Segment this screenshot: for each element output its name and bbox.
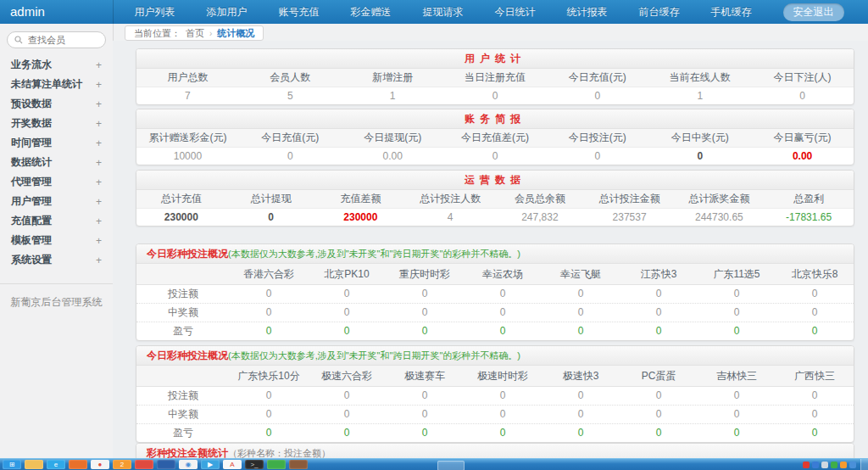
tray-blue-icon[interactable] bbox=[849, 462, 856, 468]
tray-volume-icon[interactable] bbox=[821, 462, 828, 468]
app-white-red-icon[interactable]: ● bbox=[91, 460, 109, 469]
sidebar-item-label: 预设数据 bbox=[11, 97, 52, 111]
show-desktop-button[interactable] bbox=[860, 459, 868, 470]
nav-stats-report[interactable]: 统计报表 bbox=[567, 5, 608, 20]
sidebar-item-agent-management[interactable]: 代理管理 + bbox=[0, 172, 113, 192]
expand-plus-icon[interactable]: + bbox=[96, 118, 102, 130]
expand-plus-icon[interactable]: + bbox=[96, 79, 102, 91]
brand-admin: admin bbox=[10, 0, 45, 24]
media-play-icon[interactable]: ▶ bbox=[201, 460, 220, 469]
expand-plus-icon[interactable]: + bbox=[96, 137, 102, 149]
lottery-column-header: 吉林快三 bbox=[698, 366, 776, 386]
expand-plus-icon[interactable]: + bbox=[96, 215, 102, 227]
app-red-icon[interactable] bbox=[135, 460, 153, 469]
sidebar-item-label: 未结算注单统计 bbox=[11, 77, 82, 92]
sidebar-item-unsettled-bets[interactable]: 未结算注单统计 + bbox=[0, 75, 113, 94]
user-stats-title: 用户统计 bbox=[136, 49, 854, 69]
start-button[interactable]: ⊞ bbox=[3, 460, 21, 469]
lottery-row: 盈亏 0 0 0 0 0 0 bbox=[136, 423, 854, 442]
firefox-icon[interactable] bbox=[69, 460, 87, 469]
tray-sogou-icon[interactable] bbox=[803, 462, 810, 468]
admin-dashboard-page: admin 用户列表 添加用户 账号充值 彩金赠送 提现请求 今日统计 统计报表… bbox=[0, 0, 868, 470]
member-search-box[interactable] bbox=[7, 31, 106, 48]
lottery-value-cell: 0 bbox=[620, 387, 698, 405]
lottery-column-header: 幸运农场 bbox=[464, 264, 542, 284]
value-cell: 230000 bbox=[316, 209, 406, 226]
expand-plus-icon[interactable]: + bbox=[96, 255, 102, 266]
lottery-value-cell: 0 bbox=[776, 424, 854, 442]
logout-button[interactable]: 安全退出 bbox=[783, 3, 844, 21]
app-orange-icon[interactable]: 2 bbox=[113, 460, 131, 469]
today-lottery-title-2: 今日彩种投注概况(本数据仅为大数参考,涉及到"未开奖"和"跨日期开奖"的彩种并不… bbox=[136, 346, 854, 366]
sidebar-item-data-statistics[interactable]: 数据统计 + bbox=[0, 153, 113, 172]
column-header: 新增注册 bbox=[342, 69, 444, 87]
lottery-value-cell: 0 bbox=[386, 406, 464, 423]
expand-plus-icon[interactable]: + bbox=[96, 196, 102, 208]
sidebar-item-draw-data[interactable]: 开奖数据 + bbox=[0, 114, 113, 133]
expand-plus-icon[interactable]: + bbox=[96, 98, 102, 110]
lottery-value-cell: 0 bbox=[386, 387, 464, 405]
sidebar-item-preset-data[interactable]: 预设数据 + bbox=[0, 94, 113, 114]
breadcrumb-home-link[interactable]: 首页 bbox=[186, 27, 204, 40]
tray-orange-icon[interactable] bbox=[840, 462, 847, 468]
lottery-value-cell: 0 bbox=[464, 424, 542, 442]
column-header: 总计投注人数 bbox=[405, 190, 495, 208]
value-cell: 5 bbox=[239, 87, 342, 104]
expand-plus-icon[interactable]: + bbox=[96, 59, 102, 71]
nav-user-list[interactable]: 用户列表 bbox=[135, 5, 175, 20]
expand-plus-icon[interactable]: + bbox=[96, 235, 102, 247]
lottery-column-header: 极速六合彩 bbox=[308, 366, 386, 386]
app-blue-flag-icon[interactable] bbox=[157, 460, 175, 469]
lottery-value-cell: 0 bbox=[620, 285, 698, 303]
nav-bonus-gift[interactable]: 彩金赠送 bbox=[351, 5, 392, 20]
sidebar-item-business-flow[interactable]: 业务流水 + bbox=[0, 55, 113, 75]
sidebar-item-system-settings[interactable]: 系统设置 + bbox=[0, 250, 113, 270]
value-cell: -17831.65 bbox=[764, 209, 854, 226]
lottery-value-cell: 0 bbox=[620, 322, 698, 340]
section-note: (本数据仅为大数参考,涉及到"未开奖"和"跨日期开奖"的彩种并不精确。) bbox=[228, 350, 520, 361]
lottery-column-header: 广东快乐10分 bbox=[230, 366, 308, 386]
nav-today-stats[interactable]: 今日统计 bbox=[495, 5, 536, 20]
lottery-value-cell: 0 bbox=[308, 322, 386, 340]
lottery-value-cell: 0 bbox=[698, 387, 776, 405]
lottery-value-cell: 0 bbox=[776, 285, 854, 303]
search-input[interactable] bbox=[26, 34, 98, 46]
sidebar-item-recharge-config[interactable]: 充值配置 + bbox=[0, 211, 113, 231]
lottery-value-cell: 0 bbox=[698, 424, 776, 442]
value-cell: 0 bbox=[546, 87, 648, 104]
empty-corner-cell bbox=[136, 264, 230, 284]
ie-icon[interactable]: e bbox=[47, 460, 65, 469]
sidebar-item-time-management[interactable]: 时间管理 + bbox=[0, 133, 113, 153]
avatar-photo-icon[interactable] bbox=[289, 460, 308, 469]
expand-plus-icon[interactable]: + bbox=[96, 176, 102, 188]
row-label: 中奖额 bbox=[136, 304, 230, 322]
expand-plus-icon[interactable]: + bbox=[96, 157, 102, 169]
taskbar-icons: ⊞ e ● 2 ◉ ▶ A >_ bbox=[0, 460, 308, 469]
lottery-value-cell: 0 bbox=[308, 285, 386, 303]
sidebar-item-user-management[interactable]: 用户管理 + bbox=[0, 192, 113, 211]
breadcrumb-current[interactable]: 统计概况 bbox=[217, 27, 254, 40]
lottery-value-cell: 0 bbox=[308, 387, 386, 405]
app-a-icon[interactable]: A bbox=[223, 460, 242, 469]
value-cell: 247,832 bbox=[495, 209, 585, 226]
account-brief-header-row: 累计赠送彩金(元) 今日充值(元) 今日提现(元) 今日充值差(元) 今日投注(… bbox=[136, 129, 854, 147]
nav-mobile-cache[interactable]: 手机缓存 bbox=[711, 5, 752, 20]
taskbar-window-button[interactable] bbox=[437, 461, 465, 470]
tray-green-icon[interactable] bbox=[831, 462, 837, 468]
chrome-icon[interactable]: ◉ bbox=[179, 460, 198, 469]
nav-frontend-cache[interactable]: 前台缓存 bbox=[639, 5, 680, 20]
app-green-icon[interactable] bbox=[267, 460, 286, 469]
sidebar-item-label: 业务流水 bbox=[11, 58, 52, 72]
lottery-value-cell: 0 bbox=[776, 304, 854, 322]
sidebar-item-template-management[interactable]: 模板管理 + bbox=[0, 231, 113, 250]
explorer-folder-icon[interactable] bbox=[25, 460, 43, 469]
row-label: 盈亏 bbox=[136, 424, 230, 442]
nav-account-recharge[interactable]: 账号充值 bbox=[279, 5, 320, 20]
lottery-value-cell: 0 bbox=[386, 304, 464, 322]
nav-withdraw-request[interactable]: 提现请求 bbox=[423, 5, 464, 20]
terminal-icon[interactable]: >_ bbox=[245, 460, 264, 469]
sidebar-footer-text: 新葡京后台管理系统 bbox=[0, 295, 113, 310]
lottery-value-cell: 0 bbox=[542, 285, 620, 303]
tray-help-icon[interactable] bbox=[812, 462, 819, 468]
nav-add-user[interactable]: 添加用户 bbox=[207, 5, 248, 20]
